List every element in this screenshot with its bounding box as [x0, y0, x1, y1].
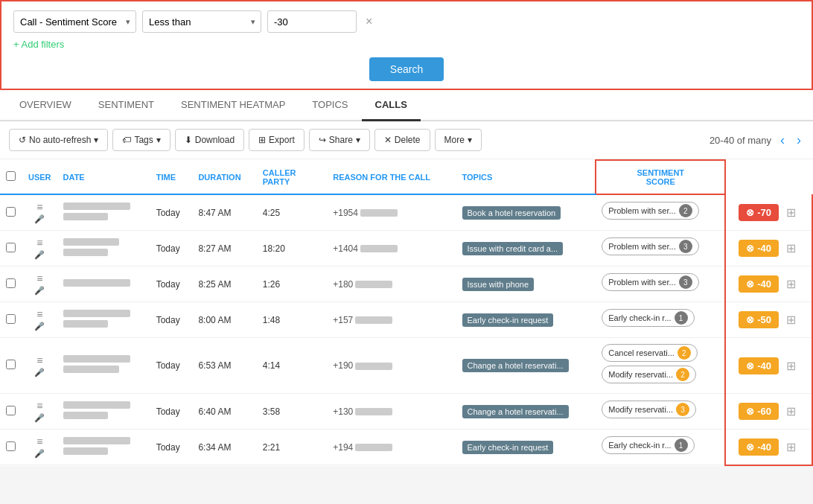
topics-cell: Modify reservati...3	[596, 394, 725, 430]
reason-cell: Issue with phone	[456, 267, 596, 302]
duration-cell: 1:48	[257, 302, 327, 338]
row-checkbox[interactable]	[6, 406, 16, 415]
sentiment-score-badge: ⊗ -40	[739, 438, 779, 456]
topic-count: 2	[679, 204, 692, 217]
download-icon: ⬇	[185, 135, 192, 145]
no-auto-refresh-label: No auto-refresh	[29, 135, 91, 145]
expand-row-button[interactable]: ⊞	[783, 404, 799, 418]
expand-row-button[interactable]: ⊞	[783, 277, 799, 291]
topic-count: 1	[675, 311, 688, 325]
caller-cell: +180	[327, 267, 456, 302]
date-cell: Today	[150, 231, 193, 267]
mic-icon[interactable]: 🎤	[34, 286, 45, 296]
topics-cell: Cancel reservati...2Modify reservati...2	[596, 338, 725, 394]
sentiment-icon: ⊗	[746, 406, 754, 417]
row-actions: ≡ 🎤	[22, 394, 57, 430]
mic-icon[interactable]: 🎤	[34, 322, 45, 331]
user-cell	[57, 338, 150, 394]
mic-icon[interactable]: 🎤	[34, 250, 45, 260]
sentiment-icon: ⊗	[746, 207, 754, 218]
row-checkbox[interactable]	[6, 207, 16, 217]
mic-icon[interactable]: 🎤	[34, 449, 45, 459]
user-cell	[57, 267, 150, 302]
col-time: TIME	[150, 160, 193, 194]
topic-count: 2	[676, 368, 689, 381]
expand-row-button[interactable]: ⊞	[783, 313, 799, 327]
sentiment-score-cell: ⊗ -40 ⊞	[725, 338, 812, 394]
filter-field-wrap[interactable]: Call - Sentiment Score	[13, 10, 136, 33]
share-button[interactable]: ↪ Share ▾	[309, 129, 370, 151]
mic-icon[interactable]: 🎤	[34, 214, 45, 224]
topic-badge: Early check-in r...1	[602, 436, 694, 454]
reason-cell: Early check-in request	[456, 430, 596, 465]
filter-operator-wrap[interactable]: Less than	[142, 10, 261, 33]
sentiment-score-cell: ⊗ -60 ⊞	[725, 394, 812, 430]
list-icon[interactable]: ≡	[36, 272, 42, 284]
row-checkbox[interactable]	[6, 441, 16, 451]
list-icon[interactable]: ≡	[36, 201, 42, 213]
prev-page-button[interactable]: ‹	[777, 133, 788, 148]
filter-field-select[interactable]: Call - Sentiment Score	[13, 10, 136, 33]
reason-cell: Change a hotel reservati...	[456, 338, 596, 394]
tab-calls[interactable]: CALLS	[362, 90, 421, 121]
caller-num: +157	[333, 315, 353, 325]
row-checkbox[interactable]	[6, 243, 16, 252]
mic-icon[interactable]: 🎤	[34, 368, 45, 377]
delete-button[interactable]: ✕ Delete	[374, 129, 430, 151]
sentiment-value: -70	[757, 207, 771, 218]
add-filters-link[interactable]: + Add filters	[13, 39, 64, 50]
reason-badge: Issue with phone	[462, 278, 535, 291]
tab-sentiment-heatmap[interactable]: SENTIMENT HEATMAP	[168, 90, 299, 121]
filter-operator-select[interactable]: Less than	[142, 10, 261, 33]
date-cell: Today	[150, 430, 193, 465]
caller-num: +1954	[333, 208, 358, 218]
select-all-checkbox[interactable]	[6, 171, 16, 181]
mic-icon[interactable]: 🎤	[34, 413, 45, 423]
tab-overview[interactable]: OVERVIEW	[6, 90, 85, 121]
sentiment-score-badge: ⊗ -40	[739, 240, 779, 257]
chevron-down-icon: ▾	[94, 135, 98, 145]
caller-bar	[355, 363, 392, 370]
duration-cell: 3:58	[257, 394, 327, 430]
tab-topics[interactable]: TOPICS	[299, 90, 361, 121]
topic-badge: Problem with ser...2	[602, 202, 698, 220]
no-auto-refresh-button[interactable]: ↺ No auto-refresh ▾	[9, 129, 108, 151]
expand-row-button[interactable]: ⊞	[783, 241, 799, 255]
caller-cell: +157	[327, 302, 456, 338]
row-checkbox[interactable]	[6, 360, 16, 369]
filter-close-button[interactable]: ×	[363, 16, 375, 28]
list-icon[interactable]: ≡	[36, 354, 42, 366]
expand-row-button[interactable]: ⊞	[783, 359, 799, 373]
date-cell: Today	[150, 194, 193, 231]
sentiment-icon: ⊗	[746, 314, 754, 325]
filter-value-input[interactable]	[267, 10, 357, 33]
sentiment-score-cell: ⊗ -70 ⊞	[725, 194, 812, 231]
duration-cell: 4:14	[257, 338, 327, 394]
reason-cell: Issue with credit card a...	[456, 231, 596, 267]
reason-cell: Book a hotel reservation	[456, 194, 596, 231]
time-cell: 8:25 AM	[192, 267, 256, 302]
list-icon[interactable]: ≡	[36, 237, 42, 249]
tags-label: Tags	[134, 135, 153, 145]
list-icon[interactable]: ≡	[36, 308, 42, 320]
tags-button[interactable]: 🏷 Tags ▾	[112, 129, 170, 151]
sentiment-value: -60	[757, 406, 771, 417]
list-icon[interactable]: ≡	[36, 436, 42, 447]
tab-sentiment[interactable]: SENTIMENT	[85, 90, 168, 121]
user-cell	[57, 194, 150, 231]
sentiment-score-cell: ⊗ -40 ⊞	[725, 430, 812, 465]
next-page-button[interactable]: ›	[794, 133, 804, 148]
row-checkbox[interactable]	[6, 314, 16, 324]
col-caller-party: CALLERPARTY	[257, 160, 327, 194]
more-button[interactable]: More ▾	[435, 129, 482, 151]
caller-bar	[355, 316, 392, 324]
expand-row-button[interactable]: ⊞	[783, 205, 799, 220]
topic-badge: Problem with ser...3	[602, 237, 698, 255]
list-icon[interactable]: ≡	[36, 400, 42, 412]
row-checkbox[interactable]	[6, 278, 16, 288]
expand-row-button[interactable]: ⊞	[783, 440, 799, 454]
calls-table: USER DATE TIME DURATION CALLERPARTY REAS…	[0, 159, 813, 466]
search-button[interactable]: Search	[369, 57, 444, 81]
download-button[interactable]: ⬇ Download	[175, 129, 244, 151]
export-button[interactable]: ⊞ Export	[249, 129, 305, 151]
